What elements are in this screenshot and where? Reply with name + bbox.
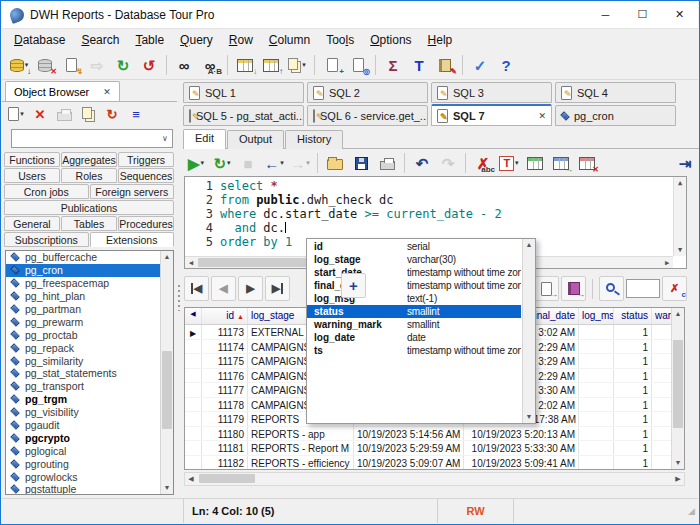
tab-cron-jobs[interactable]: Cron jobs xyxy=(4,184,89,199)
editor-vertical-scrollbar[interactable]: ▲ ▼ xyxy=(673,177,686,256)
tab-sql-6-service-get-[interactable]: ✎SQL 6 - service.get_... xyxy=(307,105,428,126)
autocomplete-item[interactable]: warning_marksmallint xyxy=(307,318,521,331)
export-data-button[interactable]: ↑ xyxy=(258,53,284,78)
open-file-button[interactable] xyxy=(322,151,348,176)
object-filter-combobox[interactable]: ∨ xyxy=(11,129,173,148)
tab-subscriptions[interactable]: Subscriptions xyxy=(4,232,89,247)
word-wrap-button[interactable]: ⇥ xyxy=(672,151,698,176)
dropdown-caret-icon[interactable]: ▾ xyxy=(227,159,231,167)
list-item[interactable]: pg_hint_plan xyxy=(6,290,173,303)
tab-pg-cron[interactable]: pg_cron xyxy=(555,105,676,126)
scroll-down-icon[interactable]: ▼ xyxy=(674,244,686,256)
disconnect-database-button[interactable]: ✕ xyxy=(32,53,58,78)
list-item[interactable]: pgaudit xyxy=(6,419,173,432)
scroll-right-icon[interactable]: ▶ xyxy=(672,473,684,485)
tab-extensions[interactable]: Extensions xyxy=(90,232,175,247)
menu-item-query[interactable]: Query xyxy=(172,31,221,49)
popup-vertical-scrollbar[interactable]: ▲ ▼ xyxy=(522,239,535,423)
tab-sql-4[interactable]: ✎SQL 4 xyxy=(555,82,676,103)
tab-sequences[interactable]: Sequences xyxy=(118,168,174,183)
list-item[interactable]: pgcrypto xyxy=(6,431,173,444)
log-button[interactable]: ✎ xyxy=(432,53,458,78)
export-result-button[interactable]: → xyxy=(548,151,574,176)
tab-roles[interactable]: Roles xyxy=(61,168,117,183)
tab-object-browser[interactable]: Object Browser ✕ xyxy=(5,81,120,101)
back-button[interactable]: ←▾ xyxy=(261,151,287,176)
search-records-button[interactable] xyxy=(599,276,624,301)
help-button[interactable]: ? xyxy=(493,53,519,78)
refresh-query-button[interactable]: ↻▾ xyxy=(209,151,235,176)
menu-item-options[interactable]: Options xyxy=(362,31,419,49)
list-item[interactable]: pg_freespacemap xyxy=(6,277,173,290)
aggregate-button[interactable]: Σ xyxy=(380,53,406,78)
tab-output[interactable]: Output xyxy=(227,130,284,149)
list-item[interactable]: pg_transport xyxy=(6,380,173,393)
table-row[interactable]: 11181REPORTS - Report M10/19/2023 5:29:5… xyxy=(185,441,684,456)
column-header-warnin[interactable]: warnin xyxy=(652,308,672,324)
menu-item-row[interactable]: Row xyxy=(221,31,261,49)
table-row[interactable]: 11182REPORTS - efficiency10/19/2023 5:09… xyxy=(185,456,684,471)
clear-filter-button[interactable]: ✗c xyxy=(662,276,687,301)
dropdown-caret-icon[interactable]: ▾ xyxy=(280,159,284,167)
next-record-button[interactable]: ▶ xyxy=(238,276,263,301)
list-item[interactable]: pglogical xyxy=(6,444,173,457)
column-header-status[interactable]: status xyxy=(614,308,652,324)
dropdown-caret-icon[interactable]: ▾ xyxy=(302,61,306,69)
chevron-down-icon[interactable]: ∨ xyxy=(158,134,172,143)
column-header-log_msg[interactable]: log_msg xyxy=(579,308,614,324)
copy-special-button[interactable]: ▾ xyxy=(284,53,310,78)
tab-edit[interactable]: Edit xyxy=(183,129,226,149)
export-row-button[interactable]: → xyxy=(534,276,559,301)
menu-item-tools[interactable]: Tools xyxy=(318,31,362,49)
tab-sql-1[interactable]: ✎SQL 1 xyxy=(183,82,304,103)
splitter-grip[interactable] xyxy=(178,285,180,311)
tab-tables[interactable]: Tables xyxy=(61,216,117,231)
tab-functions[interactable]: Functions xyxy=(4,152,60,167)
minimize-button[interactable]: ─ xyxy=(587,1,624,28)
tab-sql-5-pg-stat-acti-[interactable]: ✎SQL 5 - pg_stat_acti... xyxy=(183,105,304,126)
list-item[interactable]: pg_similarity xyxy=(6,354,173,367)
insert-record-button[interactable]: + xyxy=(341,273,366,298)
menu-item-help[interactable]: Help xyxy=(420,31,461,49)
scroll-up-icon[interactable]: ▲ xyxy=(523,239,535,251)
scroll-down-icon[interactable]: ▼ xyxy=(161,482,173,494)
list-item[interactable]: pg_repack xyxy=(6,341,173,354)
close-icon[interactable]: ✕ xyxy=(538,111,546,121)
prior-record-button[interactable]: ◀ xyxy=(211,276,236,301)
tab-sql-3[interactable]: ✎SQL 3 xyxy=(431,82,552,103)
grid-horizontal-scrollbar[interactable]: ◀ ▶ xyxy=(184,472,685,486)
execute-query-button[interactable]: ▶▾ xyxy=(183,151,209,176)
close-button[interactable]: ✕ xyxy=(661,1,698,28)
list-item[interactable]: pg_visibility xyxy=(6,406,173,419)
scroll-left-icon[interactable]: ◀ xyxy=(185,473,197,485)
tab-history[interactable]: History xyxy=(285,130,343,149)
tab-publications[interactable]: Publications xyxy=(4,200,174,215)
filter-value-input[interactable] xyxy=(626,279,660,298)
refresh-objects-button[interactable]: ↻ xyxy=(100,103,124,125)
find-replace-button[interactable]: ∞A·B xyxy=(197,53,223,78)
autocomplete-item[interactable]: statussmallint xyxy=(307,305,521,318)
menu-item-search[interactable]: Search xyxy=(73,31,127,49)
new-object-button[interactable]: ▾ xyxy=(4,103,28,125)
list-item[interactable]: pgrouting xyxy=(6,457,173,470)
format-text-button[interactable]: T▾ xyxy=(496,151,522,176)
scroll-up-icon[interactable]: ▲ xyxy=(674,177,686,189)
close-result-button[interactable]: ✕ xyxy=(574,151,600,176)
connect-database-button[interactable]: ↓▾ xyxy=(6,53,32,78)
scrollbar-thumb[interactable] xyxy=(162,351,172,429)
tab-triggers[interactable]: Triggers xyxy=(118,152,174,167)
list-item[interactable]: pgrowlocks xyxy=(6,470,173,483)
scrollbar-thumb[interactable] xyxy=(673,340,683,428)
list-item[interactable]: pg_cron xyxy=(6,264,173,277)
import-data-button[interactable]: ↓ xyxy=(232,53,258,78)
first-record-button[interactable]: ◀ xyxy=(184,276,209,301)
list-item[interactable]: pg_partman xyxy=(6,303,173,316)
autocomplete-item[interactable]: log_datedate xyxy=(307,331,521,344)
menu-item-table[interactable]: Table xyxy=(127,31,172,49)
grid-vertical-scrollbar[interactable]: ▲ ▼ xyxy=(671,308,684,469)
save-file-button[interactable] xyxy=(348,151,374,176)
object-properties-button[interactable]: ≡ xyxy=(124,103,148,125)
object-list-scrollbar[interactable]: ▲▼ xyxy=(160,251,173,494)
scroll-up-icon[interactable]: ▲ xyxy=(161,251,173,263)
column-header-id[interactable]: id▲ xyxy=(202,308,248,324)
